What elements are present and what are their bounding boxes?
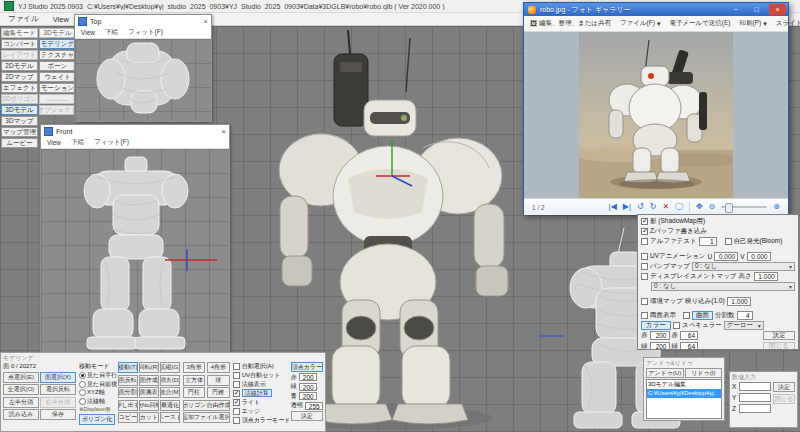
- edit-organize-share-button[interactable]: 🖼編集、整理、または共有: [530, 19, 611, 28]
- extrude-button[interactable]: 押し出す: [118, 400, 138, 411]
- mode-3d-map[interactable]: 3Dマップ: [1, 116, 38, 126]
- print-menu-button[interactable]: 印刷(P)▾: [740, 19, 767, 28]
- submode-motion[interactable]: モーション: [39, 83, 76, 93]
- slideshow-button[interactable]: スライド ショー(S): [776, 19, 800, 28]
- free-polygon-button[interactable]: ポリゴン自由作成: [183, 400, 230, 411]
- scale-button[interactable]: 拡縮(G): [160, 362, 180, 373]
- front-view-viewport[interactable]: [41, 149, 229, 357]
- divisions-input[interactable]: 4: [737, 311, 753, 320]
- curved-checkbox[interactable]: [683, 312, 690, 319]
- mode-map-manage[interactable]: マップ管理: [1, 127, 38, 137]
- green1-input[interactable]: 200: [650, 342, 670, 350]
- u-input[interactable]: 0.000: [714, 252, 738, 261]
- select-face-button[interactable]: 面選択(X): [40, 372, 76, 383]
- history-item[interactable]: 3Dモデル編集: [647, 380, 721, 389]
- move-xyz-radio[interactable]: [79, 389, 86, 396]
- red2-input[interactable]: 64: [680, 331, 698, 340]
- front-view-titlebar[interactable]: Front ×: [41, 125, 229, 137]
- color-button[interactable]: カラー: [641, 321, 671, 330]
- menu-view[interactable]: View: [53, 15, 69, 24]
- shading-dropdown[interactable]: グーロー▾: [724, 321, 764, 330]
- previous-photo-icon[interactable]: |◀: [609, 203, 617, 211]
- alphatest-input[interactable]: 1: [699, 237, 717, 246]
- add-file-button[interactable]: 追加ファイル選択: [183, 412, 230, 423]
- shadow-checkbox[interactable]: [641, 218, 648, 225]
- front-view-menu-underlay[interactable]: 下絵: [71, 138, 84, 147]
- vc-red-input[interactable]: 200: [299, 373, 317, 381]
- displacement-dropdown[interactable]: 0 : なし▾: [651, 282, 795, 291]
- cone-button[interactable]: 円錐: [207, 387, 230, 398]
- next-photo-icon[interactable]: ▶|: [623, 203, 631, 211]
- load-button[interactable]: 読み込み: [3, 409, 39, 420]
- optimize-button[interactable]: 最適化: [160, 400, 180, 411]
- top-view-menu-view[interactable]: View: [81, 29, 95, 36]
- save-button[interactable]: 保存: [40, 409, 76, 420]
- green2-input[interactable]: 64: [680, 342, 698, 350]
- quad-button[interactable]: 4角形: [207, 362, 230, 373]
- zbuffer-checkbox[interactable]: [641, 228, 648, 235]
- material-ok-button[interactable]: 決定: [763, 331, 795, 340]
- paste-button[interactable]: ペースト: [160, 412, 180, 423]
- vc-blue-input[interactable]: 200: [299, 392, 317, 400]
- rotate-right-icon[interactable]: ↻: [650, 203, 657, 211]
- mode-2d-map[interactable]: 2Dマップ: [1, 72, 38, 82]
- doubleside-checkbox[interactable]: [641, 312, 648, 319]
- vc-alpha-input[interactable]: 255: [305, 402, 323, 410]
- sphere-button[interactable]: 球: [207, 375, 230, 386]
- numeric-ok-button[interactable]: 決定: [773, 382, 795, 392]
- menu-file[interactable]: ファイル: [8, 14, 39, 24]
- robot-photo[interactable]: [579, 32, 733, 198]
- minimize-button[interactable]: −: [727, 4, 744, 15]
- curved-surface-button[interactable]: 曲面: [692, 311, 713, 320]
- displacement-checkbox[interactable]: [641, 273, 648, 280]
- select-all-button[interactable]: 全選択(O): [3, 384, 39, 395]
- rotate-left-icon[interactable]: ↺: [637, 203, 644, 211]
- vertex-color-button[interactable]: 頂点カラー: [291, 362, 323, 372]
- front-view-menu-fit[interactable]: フィット(F): [94, 138, 129, 147]
- history-item-selected[interactable]: C:¥Users¥yj¥Desktop¥yj..: [647, 389, 721, 398]
- merge-button[interactable]: 統合(M): [160, 387, 180, 398]
- top-view-viewport[interactable]: [75, 39, 211, 121]
- top-view-menu-underlay[interactable]: 下絵: [105, 28, 118, 37]
- divide-face-button[interactable]: 面分割: [118, 387, 138, 398]
- flip-face-button[interactable]: 面反転: [118, 375, 138, 386]
- submode-weight[interactable]: ウェイト: [39, 72, 76, 82]
- auto-select-checkbox[interactable]: [233, 363, 240, 370]
- zoom-in-icon[interactable]: ⊕: [773, 203, 780, 211]
- normal-show-checkbox[interactable]: [233, 381, 240, 388]
- triangle-button[interactable]: 3角形: [183, 362, 206, 373]
- undo-button[interactable]: アンドゥ(U): [646, 368, 684, 378]
- vertex-color-mode-checkbox[interactable]: [233, 417, 240, 424]
- front-view-close-icon[interactable]: ×: [221, 127, 226, 136]
- submode-texture[interactable]: テクスチャ: [39, 50, 76, 60]
- mode-convert[interactable]: コンバート: [1, 39, 38, 49]
- zoom-out-icon[interactable]: ⊖: [709, 203, 716, 211]
- invert-selection-button[interactable]: 選択反転: [40, 384, 76, 395]
- normal-calc-button[interactable]: 法線計算: [242, 389, 272, 397]
- close-button[interactable]: ×: [769, 4, 786, 15]
- x-input[interactable]: [739, 382, 771, 391]
- email-button[interactable]: 電子メールで送信(E): [669, 19, 730, 28]
- move-depth-radio[interactable]: [79, 381, 86, 388]
- envmap-checkbox[interactable]: [641, 298, 648, 305]
- color-rotate-button[interactable]: 色No回転: [139, 400, 159, 411]
- uvanim-checkbox[interactable]: [641, 253, 648, 260]
- alphatest-checkbox[interactable]: [641, 238, 648, 245]
- pan-icon[interactable]: ✥: [696, 203, 703, 211]
- delete-left-half-button[interactable]: 左半分消: [3, 397, 39, 408]
- history-list[interactable]: 3Dモデル編集 C:¥Users¥yj¥Desktop¥yj..: [646, 379, 722, 419]
- photo-gallery-titlebar[interactable]: robo.jpg - フォト ギャラリー − □ ×: [524, 3, 788, 16]
- polygonize-button[interactable]: ポリゴン化: [79, 414, 115, 425]
- face-frontback-button[interactable]: 面裏表: [139, 387, 159, 398]
- mode-2d-model[interactable]: 2Dモデル: [1, 61, 38, 71]
- zoom-slider[interactable]: [721, 206, 767, 208]
- slideshow-icon[interactable]: 🖵: [675, 203, 683, 211]
- delete-icon[interactable]: ✕: [662, 203, 669, 211]
- zoom-slider-handle[interactable]: [725, 203, 733, 213]
- red1-input[interactable]: 200: [650, 331, 670, 340]
- top-view-close-icon[interactable]: ×: [203, 17, 208, 26]
- mode-effect[interactable]: エフェクト: [1, 83, 38, 93]
- submode-bone[interactable]: ボーン: [39, 61, 76, 71]
- cylinder-button[interactable]: 円柱: [183, 387, 206, 398]
- mode-3d-model[interactable]: 3Dモデル: [1, 105, 38, 115]
